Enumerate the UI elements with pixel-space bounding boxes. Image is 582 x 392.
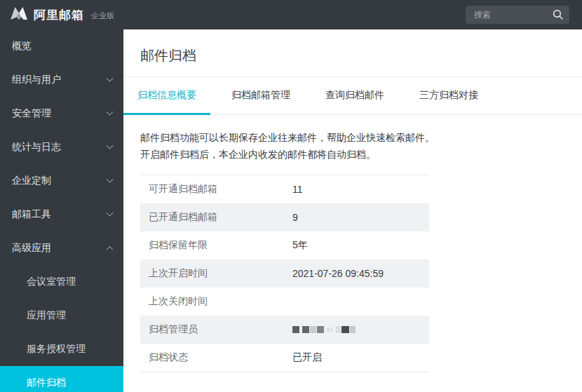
row-value: 11 xyxy=(292,184,303,195)
redacted-block xyxy=(292,326,299,333)
row-value: 9 xyxy=(292,212,298,223)
sidebar-item-overview[interactable]: 概览 xyxy=(0,29,123,63)
row-label: 归档管理员 xyxy=(140,323,292,336)
brand-edition-badge: 企业版 xyxy=(91,11,114,21)
chevron-down-icon xyxy=(107,209,114,216)
row-label: 归档状态 xyxy=(140,351,292,364)
redacted-block xyxy=(310,326,316,333)
search-box[interactable] xyxy=(466,6,569,24)
archive-description: 邮件归档功能可以长期保存企业往来邮件，帮助企业快速检索邮件。 开启邮件归档后，本… xyxy=(123,115,582,163)
tab-query-archived-mail[interactable]: 查询归档邮件 xyxy=(311,77,398,115)
row-value: 已开启 xyxy=(292,351,322,364)
search-input[interactable] xyxy=(474,10,553,20)
sidebar-item-label: 组织与用户 xyxy=(12,74,61,86)
chevron-down-icon xyxy=(107,175,114,182)
row-label: 归档保留年限 xyxy=(140,239,292,252)
sidebar-item-org-users[interactable]: 组织与用户 xyxy=(0,63,123,97)
redacted-block xyxy=(336,326,341,333)
table-row: 归档保留年限 5年 xyxy=(140,231,429,259)
page-header: 邮件归档 xyxy=(123,29,582,77)
sidebar-subitem-meeting-rooms[interactable]: 会议室管理 xyxy=(0,265,123,299)
alimail-logo-icon xyxy=(10,6,28,23)
description-line: 邮件归档功能可以长期保存企业往来邮件，帮助企业快速检索邮件。 xyxy=(140,129,565,146)
tab-archive-mailbox-management[interactable]: 归档邮箱管理 xyxy=(217,77,304,115)
sidebar-subitem-label: 邮件归档 xyxy=(27,377,66,389)
row-value xyxy=(292,326,356,334)
sidebar-item-label: 高级应用 xyxy=(12,242,51,255)
sidebar-item-mail-tools[interactable]: 邮箱工具 xyxy=(0,198,123,231)
sidebar: 概览 组织与用户 安全管理 统计与日志 企业定制 邮箱工具 高级应用 会议室管理 xyxy=(0,29,123,392)
redacted-block xyxy=(330,327,333,332)
redacted-block xyxy=(302,326,309,333)
sidebar-item-enterprise-custom[interactable]: 企业定制 xyxy=(0,164,123,198)
sidebar-subitem-label: 服务授权管理 xyxy=(27,343,86,356)
brand-name: 阿里邮箱 xyxy=(34,7,84,23)
sidebar-item-security[interactable]: 安全管理 xyxy=(0,97,123,130)
topbar: 阿里邮箱 企业版 xyxy=(0,0,582,29)
row-label: 上次开启时间 xyxy=(140,267,292,280)
tab-archive-info-overview[interactable]: 归档信息概要 xyxy=(123,77,210,115)
table-row: 归档状态 已开启 xyxy=(140,344,429,372)
chevron-up-icon xyxy=(107,245,114,252)
sidebar-item-label: 企业定制 xyxy=(12,175,51,187)
description-line: 开启邮件归档后，本企业内收发的邮件都将自动归档。 xyxy=(140,146,565,163)
sidebar-subitem-service-auth[interactable]: 服务授权管理 xyxy=(0,332,123,366)
chevron-down-icon xyxy=(107,74,114,81)
row-label: 可开通归档邮箱 xyxy=(140,183,292,196)
table-row: 归档管理员 xyxy=(140,316,429,344)
brand[interactable]: 阿里邮箱 企业版 xyxy=(10,6,114,23)
row-label: 上次关闭时间 xyxy=(140,295,292,308)
redacted-block xyxy=(317,326,324,333)
page-title: 邮件归档 xyxy=(140,46,565,65)
chevron-down-icon xyxy=(107,108,114,115)
row-value: 5年 xyxy=(292,239,308,252)
sidebar-item-advanced-apps[interactable]: 高级应用 xyxy=(0,231,123,265)
redacted-block xyxy=(350,326,356,333)
archive-info-table: 可开通归档邮箱 11 已开通归档邮箱 9 归档保留年限 5年 上次开启时间 20… xyxy=(140,175,429,372)
sidebar-subitem-label: 会议室管理 xyxy=(27,276,76,288)
table-row: 已开通归档邮箱 9 xyxy=(140,203,429,231)
redacted-block xyxy=(327,327,330,332)
main-content: 邮件归档 归档信息概要 归档邮箱管理 查询归档邮件 三方归档对接 邮件归档功能可… xyxy=(123,29,582,392)
tab-bar: 归档信息概要 归档邮箱管理 查询归档邮件 三方归档对接 xyxy=(123,77,582,115)
sidebar-item-label: 概览 xyxy=(12,40,32,53)
sidebar-subitem-label: 应用管理 xyxy=(27,309,66,322)
sidebar-subitem-app-management[interactable]: 应用管理 xyxy=(0,299,123,332)
sidebar-item-label: 安全管理 xyxy=(12,107,51,120)
table-row: 上次关闭时间 xyxy=(140,288,429,316)
row-value: 2021-07-26 09:45:59 xyxy=(292,268,384,279)
tab-third-party-archive[interactable]: 三方归档对接 xyxy=(405,77,492,115)
sidebar-item-label: 统计与日志 xyxy=(12,141,61,154)
chevron-down-icon xyxy=(107,142,114,149)
sidebar-item-label: 邮箱工具 xyxy=(12,208,51,221)
redacted-admin-value xyxy=(292,326,356,334)
table-row: 上次开启时间 2021-07-26 09:45:59 xyxy=(140,259,429,288)
redacted-block xyxy=(341,326,349,333)
table-row: 可开通归档邮箱 11 xyxy=(140,175,429,203)
search-icon[interactable] xyxy=(553,9,564,20)
sidebar-item-stats-logs[interactable]: 统计与日志 xyxy=(0,130,123,164)
row-label: 已开通归档邮箱 xyxy=(140,211,292,224)
sidebar-subitem-mail-archive[interactable]: 邮件归档 xyxy=(0,366,123,392)
